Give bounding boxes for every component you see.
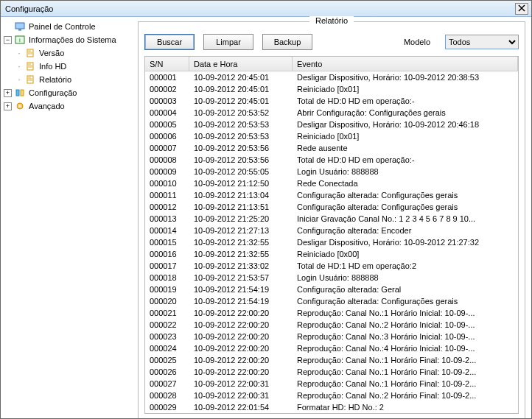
cell-event: Reiniciado [0x01] <box>293 85 518 94</box>
doc-icon <box>24 61 36 71</box>
table-row[interactable]: 00002110-09-2012 22:00:20Reprodução: Can… <box>145 307 518 319</box>
table-row[interactable]: 00000210-09-2012 20:45:01Reiniciado [0x0… <box>145 83 518 95</box>
cell-datetime: 10-09-2012 20:53:56 <box>189 144 293 152</box>
table-body[interactable]: 00000110-09-2012 20:45:01Desligar Dispos… <box>145 71 518 413</box>
table-row[interactable]: 00000910-09-2012 20:55:05Login Usuário: … <box>145 166 518 177</box>
cell-datetime: 10-09-2012 20:53:56 <box>189 155 293 164</box>
svg-rect-0 <box>15 23 24 29</box>
table-row[interactable]: 00002210-09-2012 22:00:20Reprodução: Can… <box>145 319 518 331</box>
gear-icon <box>14 101 26 111</box>
table-row[interactable]: 00000110-09-2012 20:45:01Desligar Dispos… <box>145 71 518 83</box>
cell-datetime: 10-09-2012 21:13:51 <box>189 203 293 211</box>
cell-datetime: 10-09-2012 21:12:50 <box>189 179 293 188</box>
cell-sn: 000022 <box>145 320 189 329</box>
table-row[interactable]: 00000610-09-2012 20:53:53Reiniciado [0x0… <box>145 130 518 142</box>
cell-event: Rede Conectada <box>293 179 518 188</box>
table-row[interactable]: 00001510-09-2012 21:32:55Desligar Dispos… <box>145 236 518 248</box>
clear-button[interactable]: Limpar <box>203 34 253 50</box>
cell-event: Formatar HD: HD No.: 2 <box>293 403 518 412</box>
tree-label: Configuração <box>29 88 77 97</box>
col-datetime[interactable]: Data e Hora <box>189 57 293 71</box>
table-row[interactable]: 00002010-09-2012 21:54:19Configuração al… <box>145 295 518 307</box>
cell-datetime: 10-09-2012 20:45:01 <box>189 96 293 105</box>
table-row[interactable]: 00001310-09-2012 21:25:20Iniciar Gravaçã… <box>145 213 518 225</box>
table-row[interactable]: 00000510-09-2012 20:53:53Desligar Dispos… <box>145 119 518 130</box>
table-row[interactable]: 00002910-09-2012 22:01:54Formatar HD: HD… <box>145 401 518 413</box>
table-row[interactable]: 00001810-09-2012 21:53:57Login Usuário: … <box>145 272 518 284</box>
cell-sn: 000016 <box>145 250 189 258</box>
expand-icon[interactable]: + <box>4 102 12 110</box>
cell-datetime: 10-09-2012 22:00:31 <box>189 379 293 388</box>
cell-event: Login Usuário: 888888 <box>293 167 518 176</box>
tree-config[interactable]: + Configuração <box>2 86 133 99</box>
table-row[interactable]: 00002410-09-2012 22:00:20Reprodução: Can… <box>145 342 518 354</box>
tree-version[interactable]: · Versão <box>2 46 133 60</box>
table-row[interactable]: 00001710-09-2012 21:33:02Total de HD:1 H… <box>145 260 518 272</box>
table-row[interactable]: 00002610-09-2012 22:00:20Reprodução: Can… <box>145 366 518 378</box>
cell-datetime: 10-09-2012 21:32:55 <box>189 238 293 247</box>
cell-sn: 000023 <box>145 332 189 341</box>
cell-sn: 000008 <box>145 155 189 164</box>
cell-sn: 000028 <box>145 391 189 400</box>
table-row[interactable]: 00001910-09-2012 21:54:19Configuração al… <box>145 284 518 295</box>
cell-event: Login Usuário: 888888 <box>293 273 518 282</box>
svg-rect-4 <box>27 49 33 57</box>
expand-icon[interactable]: + <box>4 89 12 97</box>
cell-sn: 000002 <box>145 85 189 94</box>
cell-datetime: 10-09-2012 22:01:54 <box>189 403 293 412</box>
cell-sn: 000024 <box>145 344 189 353</box>
cell-sn: 000015 <box>145 238 189 247</box>
cell-event: Reiniciado [0x00] <box>293 250 518 258</box>
table-row[interactable]: 00002810-09-2012 22:00:31Reprodução: Can… <box>145 390 518 401</box>
cell-sn: 000025 <box>145 356 189 365</box>
tree-system-info[interactable]: − i Informações do Sistema <box>2 33 133 46</box>
cell-sn: 000026 <box>145 367 189 376</box>
tree-label: Versão <box>39 49 64 57</box>
cell-sn: 000003 <box>145 96 189 105</box>
cell-sn: 000029 <box>145 403 189 412</box>
cell-datetime: 10-09-2012 22:00:20 <box>189 332 293 341</box>
table-row[interactable]: 00000310-09-2012 20:45:01Total de HD:0 H… <box>145 95 518 107</box>
col-event[interactable]: Evento <box>293 57 518 71</box>
close-button[interactable] <box>515 3 528 15</box>
cell-event: Reprodução: Canal No.:1 Horário Final: 1… <box>293 356 518 365</box>
tree-info-hd[interactable]: · Info HD <box>2 60 133 73</box>
cell-event: Reprodução: Canal No.:1 Horário Inicial:… <box>293 309 518 317</box>
tree-label: Info HD <box>39 62 66 71</box>
col-sn[interactable]: S/N <box>145 57 189 71</box>
svg-rect-6 <box>27 76 33 83</box>
svg-rect-8 <box>21 90 24 96</box>
tree-advanced[interactable]: + Avançado <box>2 99 133 113</box>
collapse-icon[interactable]: − <box>4 36 12 44</box>
tree-report[interactable]: · Relatório <box>2 73 133 86</box>
table-row[interactable]: 00001110-09-2012 21:13:04Configuração al… <box>145 189 518 201</box>
table-row[interactable]: 00002310-09-2012 22:00:20Reprodução: Can… <box>145 331 518 342</box>
svg-rect-1 <box>18 29 21 31</box>
cell-datetime: 10-09-2012 20:45:01 <box>189 85 293 94</box>
table-row[interactable]: 00000710-09-2012 20:53:56Rede ausente <box>145 142 518 154</box>
table-row[interactable]: 00001210-09-2012 21:13:51Configuração al… <box>145 201 518 213</box>
cell-event: Abrir Configuração: Configurações gerais <box>293 108 518 117</box>
tree-control-panel[interactable]: Painel de Controle <box>2 20 133 33</box>
cell-event: Reprodução: Canal No.:1 Horário Final: 1… <box>293 367 518 376</box>
table-row[interactable]: 00000810-09-2012 20:53:56Total de HD:0 H… <box>145 154 518 166</box>
cell-sn: 000004 <box>145 108 189 117</box>
tools-icon <box>14 88 26 98</box>
model-label: Modelo <box>404 38 430 46</box>
table-row[interactable]: 00002710-09-2012 22:00:31Reprodução: Can… <box>145 378 518 390</box>
svg-text:i: i <box>19 37 21 43</box>
cell-datetime: 10-09-2012 21:53:57 <box>189 273 293 282</box>
backup-button[interactable]: Backup <box>262 34 312 50</box>
table-row[interactable]: 00001010-09-2012 21:12:50Rede Conectada <box>145 177 518 189</box>
table-row[interactable]: 00000410-09-2012 20:53:52Abrir Configura… <box>145 107 518 119</box>
cell-event: Configuração alterada: Configurações ger… <box>293 297 518 306</box>
table-row[interactable]: 00001610-09-2012 21:32:55Reiniciado [0x0… <box>145 248 518 260</box>
cell-event: Iniciar Gravação Canal No.: 1 2 3 4 5 6 … <box>293 214 518 223</box>
model-select[interactable]: Todos <box>445 35 519 49</box>
search-button[interactable]: Buscar <box>144 34 195 50</box>
table-row[interactable]: 00002510-09-2012 22:00:20Reprodução: Can… <box>145 354 518 366</box>
cell-datetime: 10-09-2012 21:32:55 <box>189 250 293 258</box>
cell-event: Total de HD:0 HD em operação:- <box>293 155 518 164</box>
tree-label: Relatório <box>39 75 71 84</box>
table-row[interactable]: 00001410-09-2012 21:27:13Configuração al… <box>145 225 518 236</box>
